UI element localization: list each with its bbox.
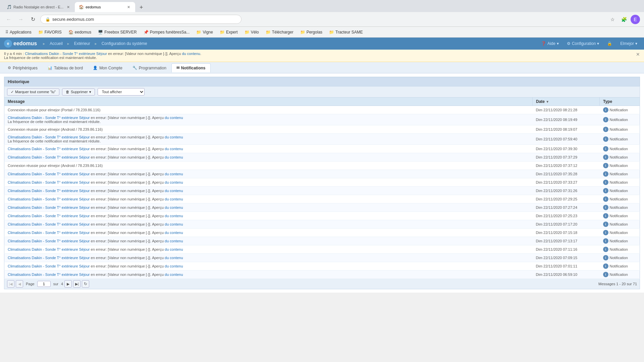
message-device-link[interactable]: Climatisations Daikin - Sonde T° extérie… [8,155,90,159]
apps-button[interactable]: ⠿ Applications [3,29,34,35]
message-device-link[interactable]: Climatisations Daikin - Sonde T° extérie… [8,197,90,201]
alert-link-content[interactable]: du contenu [182,52,200,56]
nav-exterieur[interactable]: Extérieur [71,40,94,47]
message-device-link[interactable]: Climatisations Daikin - Sonde T° extérie… [8,222,90,226]
reload-button[interactable]: ↻ [28,15,38,24]
page-label: Page [26,282,35,286]
message-content-link[interactable]: du contenu [165,147,183,151]
message-device-link[interactable]: Climatisations Daikin - Sonde T° extérie… [8,180,90,184]
bookmark-expert[interactable]: 📁 Expert [217,29,240,35]
first-page-button[interactable]: |◀ [7,280,14,288]
tab-notifications[interactable]: ✉ Notifications [171,63,211,72]
bookmark-vigne[interactable]: 📁 Vigne [194,29,215,35]
notifications-table: Message Date ▼ Type Connexion réussie po… [4,97,640,279]
message-content-link[interactable]: du contenu [165,264,183,268]
message-content-link[interactable]: du contenu [165,116,183,120]
eedomus-bk-label: eedomus [75,30,91,35]
type-cell: iNotification [600,162,640,170]
new-tab-button[interactable]: + [137,3,146,12]
address-field[interactable]: 🔒 secure.eedomus.com [40,15,241,24]
user-button[interactable]: Elmejor ▾ [618,40,640,47]
tab-tableau-de-bord[interactable]: 📊 Tableau de bord [43,63,88,72]
delete-button[interactable]: 🗑 Supprimer ▾ [62,88,95,96]
message-content-link[interactable]: du contenu [165,214,183,218]
bookmark-star-button[interactable]: ☆ [608,15,617,24]
message-content-link[interactable]: du contenu [165,273,183,277]
tab-close-eedomus[interactable]: ✕ [126,4,131,10]
check-icon: ✓ [11,90,14,94]
bookmark-favoris[interactable]: 📁 FAVORIS [36,29,64,35]
notification-badge: iNotification [603,155,628,160]
profile-button[interactable]: E [631,15,640,24]
message-device-link[interactable]: Climatisations Daikin - Sonde T° extérie… [8,214,90,218]
bookmark-freebox[interactable]: 🖥️ Freebox SERVER [95,29,140,35]
type-cell: iNotification [600,245,640,254]
message-device-link[interactable]: Climatisations Daikin - Sonde T° extérie… [8,239,90,243]
mark-all-read-button[interactable]: ✓ Marquer tout comme "lu" [7,88,59,96]
message-device-link[interactable]: Climatisations Daikin - Sonde T° extérie… [8,231,90,235]
alert-link-device[interactable]: Climatisations Daikin - Sonde T° extérie… [25,52,107,56]
date-cell: Dim 22/11/2020 06:59:10 [533,270,600,279]
message-content-link[interactable]: du contenu [165,231,183,235]
filter-select[interactable]: Tout afficher Non lu Lu [98,88,145,96]
refresh-button[interactable]: ↻ [82,280,89,288]
bookmark-telecharger[interactable]: 📁 Télécharger [263,29,296,35]
lock-button[interactable]: 🔒 [604,40,615,47]
back-button[interactable]: ← [4,15,13,24]
col-date[interactable]: Date ▼ [533,98,600,106]
message-content-link[interactable]: du contenu [165,222,183,226]
forward-button[interactable]: → [16,15,25,24]
nav-accueil[interactable]: Accueil [46,40,66,47]
message-content-link[interactable]: du contenu [165,189,183,193]
browser-tab-radio[interactable]: 🎵 Radio Nostalgie en direct - E... ✕ [3,2,75,12]
last-page-button[interactable]: ▶| [73,280,80,288]
bookmark-pergolas[interactable]: 📁 Pergolas [298,29,325,35]
aide-button[interactable]: ❓ Aide ▾ [538,40,561,47]
tab-mon-compte[interactable]: 👤 Mon Compte [88,63,127,72]
tab-close-radio[interactable]: ✕ [65,4,71,10]
nav-config-systeme[interactable]: Configuration du système [98,40,151,47]
prev-page-button[interactable]: ◀ [16,280,23,288]
message-text: en erreur: [Valeur non numérique [-]]. A… [90,273,165,277]
next-page-button[interactable]: ▶ [64,280,72,288]
message-device-link[interactable]: Climatisations Daikin - Sonde T° extérie… [8,264,90,268]
message-cell: Climatisations Daikin - Sonde T° extérie… [4,237,533,245]
bookmark-velo[interactable]: 📁 Vélo [242,29,262,35]
message-device-link[interactable]: Climatisations Daikin - Sonde T° extérie… [8,147,90,151]
message-device-link[interactable]: Climatisations Daikin - Sonde T° extérie… [8,172,90,176]
table-row: Connexion réussie pour elmejor (Android … [4,125,640,134]
message-device-link[interactable]: Climatisations Daikin - Sonde T° extérie… [8,116,90,120]
message-content-link[interactable]: du contenu [165,197,183,201]
alert-close-button[interactable]: ✕ [636,52,640,57]
tab-peripheriques[interactable]: ⚙ Périphériques [3,63,43,72]
bookmark-tracteur[interactable]: 📁 Tracteur SAME [326,29,366,35]
message-device-link[interactable]: Climatisations Daikin - Sonde T° extérie… [8,273,90,277]
message-content-link[interactable]: du contenu [165,256,183,260]
configuration-button[interactable]: ⚙ Configuration ▾ [564,40,602,47]
col-type[interactable]: Type [600,98,640,106]
message-device-link[interactable]: Climatisations Daikin - Sonde T° extérie… [8,189,90,193]
message-content-link[interactable]: du contenu [165,155,183,159]
bookmark-pompes[interactable]: 📌 Pompes funèbresSa... [141,29,193,35]
bookmark-eedomus[interactable]: 🏠 eedomus [66,29,94,35]
message-device-link[interactable]: Climatisations Daikin - Sonde T° extérie… [8,247,90,251]
message-content-link[interactable]: du contenu [165,205,183,209]
date-cell: Dim 22/11/2020 07:15:18 [533,229,600,237]
page-input[interactable] [37,281,51,287]
message-content-link[interactable]: du contenu [165,247,183,251]
message-device-link[interactable]: Climatisations Daikin - Sonde T° extérie… [8,205,90,209]
tab-programmation[interactable]: 🔧 Programmation [127,63,171,72]
tab-peripheriques-label: Périphériques [13,66,38,70]
message-device-link[interactable]: Climatisations Daikin - Sonde T° extérie… [8,256,90,260]
notif-type-label: Notification [610,273,628,277]
browser-tab-eedomus[interactable]: 🏠 eedomus ✕ [75,2,135,12]
col-message[interactable]: Message [4,98,533,106]
message-text: en erreur: [Valeur non numérique [-]]. A… [90,214,165,218]
message-content-link[interactable]: du contenu [165,135,183,139]
message-content-link[interactable]: du contenu [165,239,183,243]
message-content-link[interactable]: du contenu [165,172,183,176]
date-cell: Dim 22/11/2020 08:19:07 [533,125,600,134]
message-content-link[interactable]: du contenu [165,180,183,184]
extensions-button[interactable]: 🧩 [619,15,629,24]
message-device-link[interactable]: Climatisations Daikin - Sonde T° extérie… [8,135,90,139]
